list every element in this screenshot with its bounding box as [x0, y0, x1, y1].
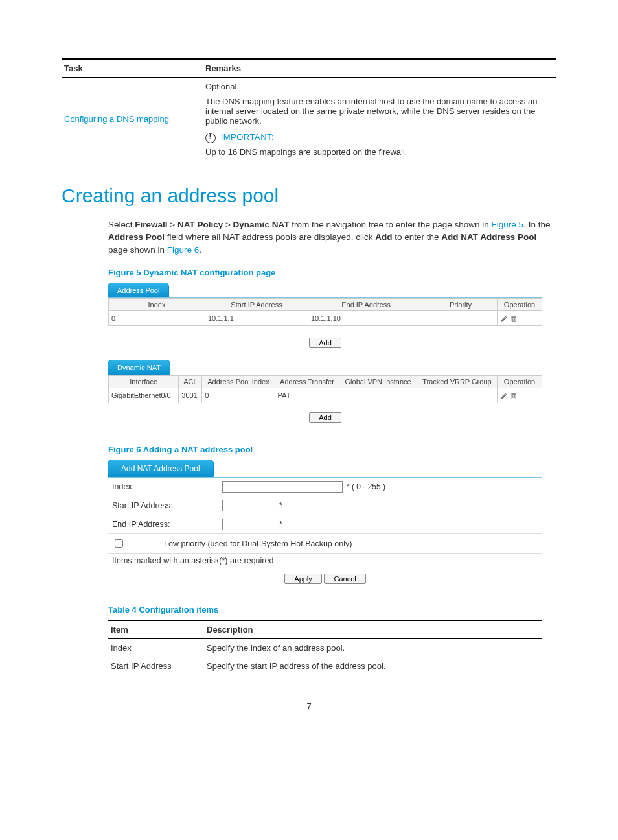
svg-rect-1 [511, 316, 516, 318]
dn-add-row: Add [108, 403, 542, 426]
important-label: IMPORTANT: [221, 132, 275, 142]
add-button[interactable]: Add [309, 412, 341, 423]
table-row: Start IP Address Specify the start IP ad… [108, 657, 542, 675]
figure-6: Add NAT Address Pool Index: * ( 0 - 255 … [108, 460, 542, 584]
edit-icon[interactable] [500, 392, 508, 400]
table-4-caption: Table 4 Configuration items [108, 605, 556, 614]
configuring-dns-mapping-link[interactable]: Configuring a DNS mapping [64, 114, 169, 124]
index-label: Index: [112, 482, 222, 491]
page-number: 7 [62, 701, 556, 711]
t4-item-0: Index [108, 639, 204, 657]
delete-icon[interactable] [510, 392, 518, 400]
apply-button[interactable]: Apply [284, 574, 322, 584]
ap-td-start: 10.1.1.1 [205, 311, 308, 326]
address-pool-grid: Index Start IP Address End IP Address Pr… [108, 298, 542, 326]
dn-th-gvi: Global VPN Instance [339, 376, 417, 388]
table-row: GigabitEthernet0/0 3001 0 PAT [109, 388, 542, 403]
ap-td-priority [424, 311, 498, 326]
dn-td-acl: 3001 [179, 388, 202, 403]
dn-th-tvg: Tracked VRRP Group [417, 376, 497, 388]
important-block: IMPORTANT: [205, 132, 554, 143]
form-row-low-priority: Low priority (used for Dual-System Hot B… [108, 534, 542, 554]
figure-5-caption: Figure 5 Dynamic NAT configuration page [108, 268, 556, 277]
t4-th-item: Item [108, 620, 204, 639]
figure-5-link[interactable]: Figure 5 [492, 220, 524, 229]
form-row-start-ip: Start IP Address: * [108, 496, 542, 515]
index-hint: * ( 0 - 255 ) [347, 482, 385, 491]
ap-td-index: 0 [109, 311, 205, 326]
ap-th-index: Index [109, 299, 205, 311]
t4-desc-0: Specify the index of an address pool. [204, 639, 542, 657]
dynamic-nat-grid: Interface ACL Address Pool Index Address… [108, 375, 542, 403]
dn-td-at: PAT [275, 388, 339, 403]
required-note: Items marked with an asterisk(*) are req… [108, 554, 542, 568]
dn-td-gvi [339, 388, 417, 403]
delete-icon[interactable] [510, 315, 518, 323]
tab-address-pool[interactable]: Address Pool [108, 283, 169, 298]
th-task: Task [62, 59, 203, 78]
dn-th-api: Address Pool Index [202, 376, 275, 388]
required-asterisk: * [279, 501, 282, 510]
start-ip-input[interactable] [222, 500, 275, 511]
fig6-buttons: Apply Cancel [108, 574, 542, 584]
dn-td-op [498, 388, 542, 403]
required-asterisk: * [279, 520, 282, 529]
index-input[interactable] [222, 481, 343, 493]
svg-rect-6 [511, 393, 516, 395]
form-row-index: Index: * ( 0 - 255 ) [108, 478, 542, 496]
task-cell: Configuring a DNS mapping [62, 78, 203, 161]
t4-item-1: Start IP Address [108, 657, 204, 675]
low-priority-label: Low priority (used for Dual-System Hot B… [164, 539, 352, 548]
fig5-tabbar-dn: Dynamic NAT [108, 360, 542, 375]
intro-paragraph: Select Firewall > NAT Policy > Dynamic N… [108, 218, 556, 257]
ap-td-end: 10.1.1.10 [308, 311, 424, 326]
t4-th-desc: Description [204, 620, 542, 639]
add-button[interactable]: Add [309, 338, 341, 348]
dn-th-acl: ACL [179, 376, 202, 388]
dn-td-iface: GigabitEthernet0/0 [109, 388, 179, 403]
ap-th-start: Start IP Address [205, 299, 308, 311]
tab-add-nat-address-pool[interactable]: Add NAT Address Pool [108, 460, 214, 477]
end-ip-label: End IP Address: [112, 520, 222, 529]
remarks-desc: The DNS mapping feature enables an inter… [205, 97, 554, 126]
task-table: Task Remarks Configuring a DNS mapping O… [62, 58, 556, 161]
dn-td-tvg [417, 388, 497, 403]
figure-5: Address Pool Index Start IP Address End … [108, 283, 542, 426]
remarks-optional: Optional. [205, 82, 554, 91]
section-title: Creating an address pool [62, 185, 556, 207]
dn-th-at: Address Transfer [275, 376, 339, 388]
cancel-button[interactable]: Cancel [324, 574, 365, 584]
fig5-tabbar-ap: Address Pool [108, 283, 542, 298]
dn-th-interface: Interface [109, 376, 179, 388]
figure-6-caption: Figure 6 Adding a NAT address pool [108, 445, 556, 454]
end-ip-input[interactable] [222, 519, 275, 530]
t4-desc-1: Specify the start IP address of the addr… [204, 657, 542, 675]
figure-6-link[interactable]: Figure 6 [167, 245, 200, 255]
table-4: Item Description Index Specify the index… [108, 620, 542, 675]
ap-td-operation [498, 311, 542, 326]
ap-th-end: End IP Address [308, 299, 424, 311]
remarks-cell: Optional. The DNS mapping feature enable… [203, 78, 556, 161]
ap-th-priority: Priority [424, 299, 498, 311]
table-row: 0 10.1.1.1 10.1.1.10 [109, 311, 542, 326]
form-row-end-ip: End IP Address: * [108, 515, 542, 534]
ap-add-row: Add [108, 326, 542, 360]
dn-th-op: Operation [498, 376, 542, 388]
th-remarks: Remarks [203, 59, 556, 78]
edit-icon[interactable] [500, 315, 508, 323]
fig6-tabbar: Add NAT Address Pool [108, 460, 542, 478]
ap-th-operation: Operation [498, 299, 542, 311]
low-priority-checkbox[interactable] [115, 539, 123, 548]
tab-dynamic-nat[interactable]: Dynamic NAT [108, 360, 170, 375]
dn-td-api: 0 [202, 388, 275, 403]
important-text: Up to 16 DNS mappings are supported on t… [205, 147, 554, 157]
table-row: Index Specify the index of an address po… [108, 639, 542, 657]
start-ip-label: Start IP Address: [112, 501, 222, 510]
important-icon [205, 133, 216, 143]
